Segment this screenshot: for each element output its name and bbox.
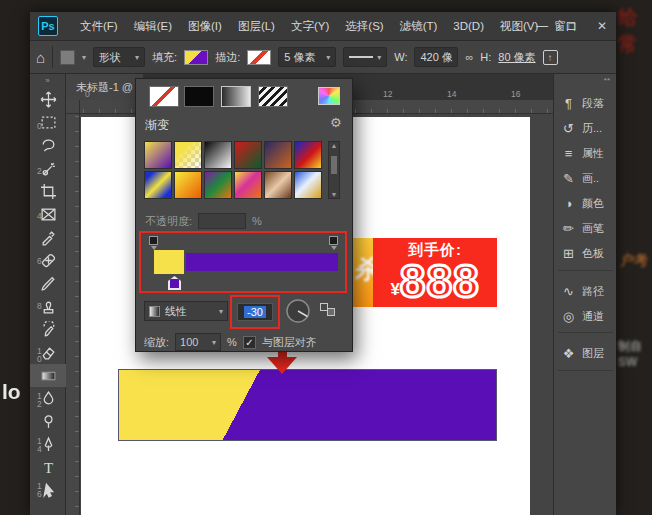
angle-dial[interactable] xyxy=(285,298,311,324)
panel-item-color[interactable]: ◑颜色 xyxy=(554,191,617,216)
menu-item[interactable]: 文字(Y) xyxy=(283,12,337,40)
dodge-tool[interactable] xyxy=(30,410,66,433)
pen-tool[interactable] xyxy=(30,433,66,456)
clone-stamp-tool[interactable] xyxy=(30,295,66,318)
panel-item-properties[interactable]: ≡属性 xyxy=(554,141,617,166)
fill-type-none-button[interactable] xyxy=(149,86,179,107)
panel-item-brush-settings[interactable]: ✎画.. xyxy=(554,166,617,191)
banner-amount: 888 xyxy=(400,258,480,304)
history-brush-tool[interactable] xyxy=(30,318,66,341)
gear-icon[interactable]: ⚙ xyxy=(330,115,342,130)
frame-tool[interactable] xyxy=(30,203,66,226)
gradient-preset[interactable] xyxy=(144,171,172,199)
share-icon[interactable]: ↑ xyxy=(543,50,558,65)
fill-type-gradient-button[interactable] xyxy=(221,86,251,107)
panel-collapse-icon[interactable]: ** xyxy=(554,74,616,88)
quick-selection-tool[interactable] xyxy=(30,157,66,180)
fill-swatch[interactable] xyxy=(184,50,208,65)
gradient-preset[interactable] xyxy=(264,171,292,199)
gradient-preset[interactable] xyxy=(234,171,262,199)
close-icon[interactable]: ✕ xyxy=(594,19,610,33)
reverse-gradient-icon[interactable] xyxy=(320,303,338,317)
menu-item[interactable]: 图像(I) xyxy=(180,12,230,40)
gradient-style-label: 线性 xyxy=(165,304,187,319)
bg-text-left-low: lo xyxy=(2,380,21,404)
panel-item-channels[interactable]: ◎通道 xyxy=(554,304,617,329)
scroll-up-icon[interactable]: ▲ xyxy=(329,142,339,149)
healing-brush-tool[interactable] xyxy=(30,249,66,272)
crop-tool[interactable] xyxy=(30,180,66,203)
color-picker-button[interactable] xyxy=(318,87,340,105)
gradient-preset-grid xyxy=(144,141,324,201)
panel-item-brushes[interactable]: ✏画笔 xyxy=(554,216,617,241)
right-panel-dock: ** ¶段落↺历...≡属性✎画..◑颜色✏画笔⊞色板∿路径◎通道❖图层 xyxy=(553,74,616,515)
eyedropper-tool[interactable] xyxy=(30,226,66,249)
gradient-bar-yellow[interactable] xyxy=(154,250,184,274)
stroke-style-dropdown[interactable]: ▾ xyxy=(343,47,387,67)
scrollbar-thumb[interactable] xyxy=(331,156,337,174)
link-dimensions-icon[interactable]: ∞ xyxy=(465,51,473,63)
gradient-preset[interactable] xyxy=(174,171,202,199)
gradient-preset[interactable] xyxy=(234,141,262,169)
scroll-down-icon[interactable]: ▼ xyxy=(329,191,339,198)
menu-item[interactable]: 编辑(E) xyxy=(126,12,180,40)
shape-mode-dropdown[interactable]: 形状 ▾ xyxy=(93,47,145,67)
path-selection-tool[interactable] xyxy=(30,479,66,502)
gradient-preset[interactable] xyxy=(204,141,232,169)
panel-item-paragraph[interactable]: ¶段落 xyxy=(554,91,617,116)
gradient-fill-popup: 渐变 ⚙ ▲ ▼ 不透明度: % 线性 ▾ -30 xyxy=(135,78,353,352)
gradient-preset[interactable] xyxy=(294,171,322,199)
panel-item-layers[interactable]: ❖图层 xyxy=(554,341,617,366)
marquee-tool[interactable] xyxy=(30,111,66,134)
home-icon[interactable]: ⌂ xyxy=(36,49,45,66)
angle-field[interactable]: -30 xyxy=(237,303,273,321)
blur-tool[interactable] xyxy=(30,387,66,410)
type-tool[interactable]: T xyxy=(30,456,66,479)
properties-icon: ≡ xyxy=(561,146,576,161)
gradient-preset[interactable] xyxy=(204,171,232,199)
panel-item-paths[interactable]: ∿路径 xyxy=(554,279,617,304)
move-tool[interactable] xyxy=(30,88,66,111)
panel-divider xyxy=(558,270,613,271)
align-with-layer-checkbox[interactable]: ✓ xyxy=(243,336,256,349)
fill-type-solid-button[interactable] xyxy=(184,86,214,107)
gradient-preset[interactable] xyxy=(264,141,292,169)
maximize-icon[interactable]: □ xyxy=(564,19,580,33)
tool-preset-icon[interactable] xyxy=(60,50,75,65)
stroke-width-field[interactable]: 5 像素 ▾ xyxy=(278,47,336,67)
chevron-down-icon[interactable]: ▾ xyxy=(82,53,86,62)
opacity-stop-left[interactable] xyxy=(149,236,158,245)
menu-item[interactable]: 选择(S) xyxy=(337,12,391,40)
opacity-stop-right[interactable] xyxy=(329,236,338,245)
scale-field[interactable]: 100 ▾ xyxy=(175,333,221,351)
gradient-style-dropdown[interactable]: 线性 ▾ xyxy=(144,301,228,321)
menu-item[interactable]: 3D(D) xyxy=(445,12,492,40)
stroke-swatch[interactable] xyxy=(247,50,271,65)
gradient-shape[interactable] xyxy=(118,369,497,441)
scale-label: 缩放: xyxy=(144,335,169,350)
menu-item[interactable]: 滤镜(T) xyxy=(392,12,446,40)
lasso-tool[interactable] xyxy=(30,134,66,157)
fill-type-pattern-button[interactable] xyxy=(258,86,288,107)
gradient-tool[interactable] xyxy=(30,364,66,387)
panel-item-swatches[interactable]: ⊞色板 xyxy=(554,241,617,266)
panel-item-history[interactable]: ↺历... xyxy=(554,116,617,141)
opacity-field[interactable] xyxy=(198,213,246,229)
gradient-preset[interactable] xyxy=(144,141,172,169)
preset-scrollbar[interactable]: ▲ ▼ xyxy=(328,141,340,199)
toolbar-collapse-icon[interactable]: » xyxy=(30,74,65,88)
gradient-preset[interactable] xyxy=(294,141,322,169)
document-tab[interactable]: 未标题-1 @ xyxy=(66,74,143,100)
minimize-icon[interactable]: — xyxy=(534,19,550,33)
gradient-preset[interactable] xyxy=(174,141,202,169)
width-field[interactable]: 420 像 xyxy=(414,47,458,67)
color-stop[interactable] xyxy=(168,276,181,290)
height-value[interactable]: 80 像素 xyxy=(498,50,535,65)
gradient-bar-purple[interactable] xyxy=(186,253,338,271)
banner-red-area: 到手价: ¥ 888 xyxy=(373,238,497,307)
menu-item[interactable]: 文件(F) xyxy=(72,12,126,40)
menu-item[interactable]: 图层(L) xyxy=(230,12,283,40)
eraser-tool[interactable] xyxy=(30,341,66,364)
align-with-layer-label: 与图层对齐 xyxy=(262,335,317,350)
brush-tool[interactable] xyxy=(30,272,66,295)
